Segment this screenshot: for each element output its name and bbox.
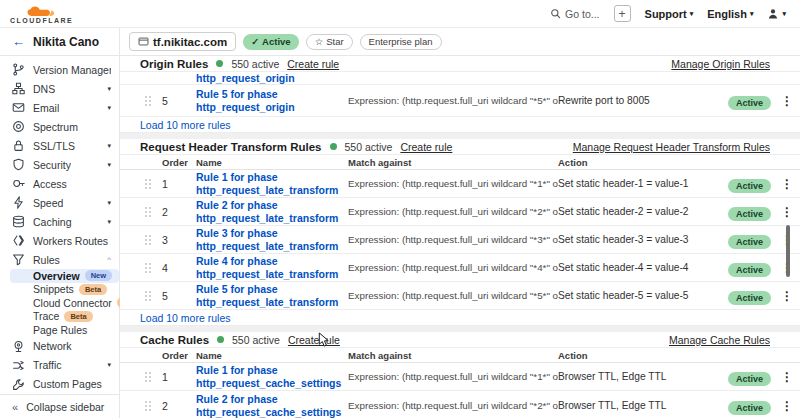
manage-cache-rules-link[interactable]: Manage Cache Rules [669,334,770,346]
drag-handle-icon[interactable] [144,371,162,383]
sidebar-subitem-label: Cloud Connector [33,297,112,309]
sidebar-item-label: SSL/TLS [33,140,75,152]
domain-selector[interactable]: tf.nikitac.com [129,32,236,51]
sidebar-item-version-management[interactable]: Version Management [0,60,119,79]
table-row: 4 Rule 4 for phasehttp_request_late_tran… [120,254,800,282]
kebab-menu-icon[interactable]: ⋮ [774,399,800,413]
chevron-down-icon: ▾ [107,104,111,112]
rule-name-link[interactable]: http_request_origin [196,72,348,84]
rule-order: 5 [162,95,196,107]
language-label: English [707,8,747,20]
create-rule-link[interactable]: Create rule [287,58,339,70]
email-icon [12,101,25,114]
sidebar-item-custom-pages[interactable]: Custom Pages [0,375,119,394]
drag-handle-icon[interactable] [144,290,162,302]
collapse-sidebar-button[interactable]: « Collapse sidebar [0,394,119,418]
drag-handle-icon[interactable] [144,262,162,274]
sidebar-item-label: DNS [33,83,55,95]
sidebar-item-network[interactable]: Network [0,337,119,356]
sidebar-item-security[interactable]: Security ▾ [0,155,119,174]
scrollbar-thumb[interactable] [786,225,790,277]
column-order: Order [162,350,196,361]
account-header: ← Nikita Cano [0,28,120,56]
goto-label: Go to... [565,8,599,20]
rule-name-link[interactable]: Rule 2 for phasehttp_request_cache_setti… [196,393,348,418]
sidebar-item-email[interactable]: Email ▾ [0,98,119,117]
kebab-menu-icon[interactable]: ⋮ [774,289,800,303]
support-menu[interactable]: Support ▾ [645,8,694,20]
sidebar-item-label: Network [33,340,72,352]
network-pin-icon [12,340,25,353]
sidebar-item-speed[interactable]: Speed ▾ [0,193,119,212]
sidebar-item-overview[interactable]: Overview New [10,269,119,283]
rule-name-link[interactable]: Rule 5 for phasehttp_request_late_transf… [196,283,348,308]
active-count: 550 active [231,58,279,70]
sidebar-item-rules[interactable]: Rules ^ [0,250,119,269]
back-arrow-icon[interactable]: ← [12,34,25,49]
drag-handle-icon[interactable] [144,206,162,218]
manage-origin-rules-link[interactable]: Manage Origin Rules [671,58,770,70]
rule-name-link[interactable]: Rule 1 for phasehttp_request_late_transf… [196,171,348,196]
key-icon [12,177,25,190]
rule-name-link[interactable]: Rule 5 for phasehttp_request_origin [196,88,348,113]
add-button[interactable]: + [614,5,631,22]
sidebar-item-snippets[interactable]: Snippets Beta [0,283,119,297]
manage-request-header-transform-rules-link[interactable]: Manage Request Header Transform Rules [573,141,770,153]
load-more-link[interactable]: Load 10 more rules [140,119,230,131]
create-rule-link[interactable]: Create rule [288,334,340,346]
rule-action: Rewrite port to 8005 [558,95,728,106]
sidebar-item-label: Workers Routes [33,235,108,247]
chevron-down-icon: ▾ [690,10,694,18]
cloudflare-logo-text: CLOUDFLARE [10,17,73,24]
kebab-menu-icon[interactable]: ⋮ [774,94,800,108]
account-name: Nikita Cano [33,35,99,49]
kebab-menu-icon[interactable]: ⋮ [774,205,800,219]
rules-overview-content: Origin Rules 550 active Create rule Mana… [120,56,800,418]
goto-search[interactable]: Go to... [550,8,599,20]
sidebar-item-dns[interactable]: DNS ▾ [0,79,119,98]
sidebar-item-access[interactable]: Access [0,174,119,193]
rule-name-link[interactable]: Rule 1 for phasehttp_request_cache_setti… [196,364,348,389]
sidebar-item-label: Version Management [33,64,111,76]
origin-rules-header: Origin Rules 550 active Create rule Mana… [120,56,800,72]
sidebar-item-traffic[interactable]: Traffic ▾ [0,356,119,375]
cloudflare-logo[interactable]: CLOUDFLARE [10,6,73,24]
sidebar-item-workers-routes[interactable]: Workers Routes [0,231,119,250]
kebab-menu-icon[interactable]: ⋮ [774,177,800,191]
sidebar-item-trace[interactable]: Trace Beta [0,310,119,324]
status-badge: Active [728,401,771,415]
rule-match-expression: Expression: (http.request.full_uri wildc… [348,262,558,273]
language-menu[interactable]: English ▾ [707,8,753,20]
sidebar-item-ssl-tls[interactable]: SSL/TLS ▾ [0,136,119,155]
sidebar-item-cloud-connector[interactable]: Cloud Connector Beta [0,296,119,310]
sidebar-item-page-rules[interactable]: Page Rules [0,323,119,337]
sidebar-item-spectrum[interactable]: Spectrum [0,117,119,136]
rule-action: Set static header-1 = value-1 [558,178,728,189]
rule-name-link[interactable]: Rule 2 for phasehttp_request_late_transf… [196,199,348,224]
beta-badge: Beta [64,311,92,322]
status-badge: Active [728,263,771,277]
column-action: Action [558,157,588,168]
rule-name-link[interactable]: Rule 3 for phasehttp_request_late_transf… [196,227,348,252]
rule-order: 3 [162,234,196,246]
sidebar-item-caching[interactable]: Caching ▾ [0,212,119,231]
collapse-icon: « [12,401,18,413]
rule-action: Set static header-4 = value-4 [558,262,728,273]
rule-order: 2 [162,206,196,218]
status-badge: Active [728,291,771,305]
request-header-transform-rules-header: Request Header Transform Rules 550 activ… [120,139,800,155]
drag-handle-icon[interactable] [144,178,162,190]
check-icon: ✓ [251,36,259,47]
drag-handle-icon[interactable] [144,400,162,412]
drag-handle-icon[interactable] [144,234,162,246]
support-label: Support [645,8,687,20]
column-match: Match against [348,350,558,361]
user-menu[interactable]: ▾ [767,8,786,20]
drag-handle-icon[interactable] [144,95,162,107]
load-more-link[interactable]: Load 10 more rules [140,312,230,324]
section-title: Origin Rules [140,58,208,70]
create-rule-link[interactable]: Create rule [400,141,452,153]
kebab-menu-icon[interactable]: ⋮ [774,370,800,384]
rule-name-link[interactable]: Rule 4 for phasehttp_request_late_transf… [196,255,348,280]
star-button[interactable]: ☆ Star [306,34,353,50]
